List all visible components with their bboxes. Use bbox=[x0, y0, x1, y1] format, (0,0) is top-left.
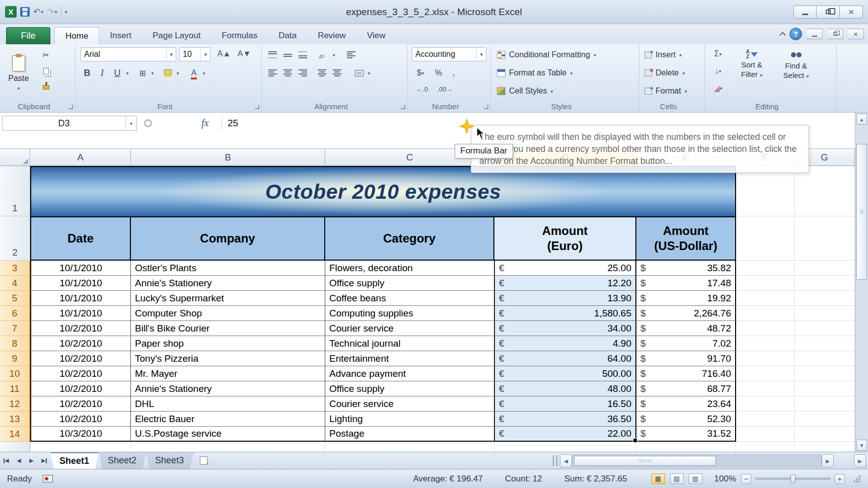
macro-record-icon[interactable] bbox=[43, 475, 53, 482]
cell-amount-euro[interactable]: € 25.00 bbox=[494, 261, 636, 276]
tab-formulas[interactable]: Formulas bbox=[211, 27, 268, 44]
horizontal-scroll-thumb[interactable] bbox=[574, 456, 716, 466]
cell-category[interactable]: Courier service bbox=[325, 396, 494, 412]
sort-filter-button[interactable]: AZ Sort & Filter ▾ bbox=[731, 46, 772, 100]
excel-logo-icon[interactable]: X bbox=[5, 6, 17, 18]
row-header-2[interactable]: 2 bbox=[0, 216, 30, 261]
cell-amount-euro[interactable]: € 34.00 bbox=[494, 321, 636, 336]
font-size-combo[interactable]: 10▾ bbox=[179, 47, 210, 61]
scroll-left-button[interactable]: ◀ bbox=[560, 454, 572, 467]
cell-category[interactable]: Flowers, decoration bbox=[325, 261, 494, 276]
cell-company[interactable]: U.S.Postage service bbox=[131, 427, 325, 442]
row-header[interactable]: 13 bbox=[0, 412, 30, 427]
fill-button[interactable]: ↓▾ bbox=[708, 64, 728, 77]
cell-date[interactable]: 10/3/2010 bbox=[30, 427, 131, 442]
cell-empty-f[interactable] bbox=[736, 351, 794, 366]
cut-button[interactable]: ✂ bbox=[39, 48, 52, 61]
cell-category[interactable]: Postage bbox=[325, 427, 494, 442]
cell-date[interactable]: 10/2/2010 bbox=[30, 321, 131, 336]
chevron-down-icon[interactable]: ▾ bbox=[166, 48, 173, 61]
shrink-font-button[interactable]: A▼ bbox=[235, 47, 254, 60]
cell-company[interactable]: Annie's Stationery bbox=[131, 381, 325, 396]
cell-date[interactable]: 10/1/2010 bbox=[30, 306, 131, 321]
cell-empty-g[interactable] bbox=[794, 396, 855, 412]
cell-empty-f[interactable] bbox=[736, 261, 794, 276]
cell-empty-f[interactable] bbox=[736, 306, 794, 321]
copy-button[interactable] bbox=[39, 64, 52, 77]
paste-dropdown-icon[interactable]: ▾ bbox=[17, 86, 20, 91]
header-amount-euro[interactable]: Amount(Euro) bbox=[494, 216, 636, 261]
orientation-dropdown-icon[interactable]: ▾ bbox=[330, 48, 337, 61]
align-top-button[interactable] bbox=[266, 48, 279, 61]
undo-button[interactable]: ↶▾ bbox=[33, 7, 43, 17]
cell-empty-f[interactable] bbox=[736, 336, 794, 351]
cell-empty-g[interactable] bbox=[794, 166, 855, 216]
scroll-down-button[interactable]: ▼ bbox=[856, 440, 867, 451]
column-header-a[interactable]: A bbox=[30, 149, 131, 166]
tab-page-layout[interactable]: Page Layout bbox=[142, 27, 211, 44]
number-format-combo[interactable]: Accounting▾ bbox=[412, 47, 486, 61]
cell-amount-usd[interactable]: $ 7.02 bbox=[636, 336, 736, 351]
tab-split-handle[interactable] bbox=[553, 455, 557, 466]
cell-amount-usd[interactable]: $ 91.70 bbox=[636, 351, 736, 366]
font-color-button[interactable]: A bbox=[187, 66, 200, 79]
cell-empty-g[interactable] bbox=[794, 412, 855, 427]
row-header[interactable]: 10 bbox=[0, 366, 30, 381]
workbook-close-button[interactable]: × bbox=[848, 29, 864, 39]
format-painter-button[interactable] bbox=[39, 80, 52, 94]
wrap-text-button[interactable] bbox=[344, 48, 357, 61]
format-as-table-button[interactable]: Format as Table▾ bbox=[497, 65, 572, 80]
cell-amount-usd[interactable]: $ 17.48 bbox=[636, 276, 736, 291]
comma-style-button[interactable]: , bbox=[447, 66, 460, 79]
header-amount-usd[interactable]: Amount(US-Dollar) bbox=[636, 216, 736, 261]
paste-button[interactable]: Paste ▾ bbox=[4, 47, 33, 99]
italic-button[interactable]: I bbox=[96, 66, 109, 79]
merge-center-dropdown-icon[interactable]: ▾ bbox=[366, 66, 373, 79]
cell-amount-usd[interactable]: $ 23.64 bbox=[636, 396, 736, 412]
cell-date[interactable]: 10/1/2010 bbox=[30, 291, 131, 306]
row-header[interactable]: 12 bbox=[0, 396, 30, 412]
align-middle-button[interactable] bbox=[281, 48, 294, 61]
row-header[interactable]: 6 bbox=[0, 306, 30, 321]
cell-date[interactable]: 10/2/2010 bbox=[30, 396, 131, 412]
grow-font-button[interactable]: A▲ bbox=[214, 47, 234, 60]
font-name-combo[interactable]: Arial▾ bbox=[81, 47, 176, 61]
cell-empty-g[interactable] bbox=[794, 291, 855, 306]
cell-empty-g[interactable] bbox=[794, 321, 855, 336]
cell-date[interactable]: 10/1/2010 bbox=[30, 276, 131, 291]
horizontal-scrollbar[interactable] bbox=[572, 454, 822, 467]
sheet-tab-sheet2[interactable]: Sheet2 bbox=[99, 452, 146, 469]
cell-empty-f[interactable] bbox=[736, 366, 794, 381]
cell-amount-euro[interactable]: € 13.90 bbox=[494, 291, 636, 306]
row-header[interactable]: 4 bbox=[0, 276, 30, 291]
cell-empty[interactable] bbox=[494, 442, 636, 452]
increase-decimal-button[interactable]: ←.0 bbox=[412, 83, 432, 96]
column-header-b[interactable]: B bbox=[131, 149, 325, 166]
collapse-ribbon-button[interactable] bbox=[780, 31, 785, 37]
workbook-minimize-button[interactable] bbox=[807, 29, 823, 39]
row-header[interactable]: 3 bbox=[0, 261, 30, 276]
row-header[interactable]: 7 bbox=[0, 321, 30, 336]
percent-style-button[interactable]: % bbox=[432, 66, 445, 79]
cell-company[interactable]: Tony's Pizzeria bbox=[131, 351, 325, 366]
cell-empty-g[interactable] bbox=[794, 261, 855, 276]
autosum-button[interactable]: Σ▾ bbox=[708, 47, 728, 60]
cell-category[interactable]: Entertainment bbox=[325, 351, 494, 366]
accounting-format-button[interactable]: $▾ bbox=[412, 66, 429, 79]
zoom-slider-track[interactable] bbox=[755, 477, 831, 480]
font-color-dropdown-icon[interactable]: ▾ bbox=[200, 66, 207, 79]
cell-amount-usd[interactable]: $ 31.52 bbox=[636, 427, 736, 442]
vertical-scrollbar[interactable]: ▲ ▼ bbox=[855, 113, 868, 452]
resize-grip[interactable] bbox=[853, 475, 861, 483]
header-company[interactable]: Company bbox=[131, 216, 325, 261]
conditional-formatting-button[interactable]: Conditional Formatting▾ bbox=[497, 47, 596, 62]
number-dialog-launcher[interactable] bbox=[484, 105, 488, 109]
help-button[interactable]: ? bbox=[789, 28, 802, 40]
cell-empty[interactable] bbox=[736, 442, 794, 452]
cell-amount-euro[interactable]: € 36.50 bbox=[494, 412, 636, 427]
clipboard-dialog-launcher[interactable] bbox=[68, 105, 73, 109]
close-button[interactable]: × bbox=[840, 6, 863, 19]
cell-amount-usd[interactable]: $ 35.82 bbox=[636, 261, 736, 276]
cell-amount-euro[interactable]: € 500.00 bbox=[494, 366, 636, 381]
zoom-out-button[interactable]: − bbox=[741, 474, 751, 484]
